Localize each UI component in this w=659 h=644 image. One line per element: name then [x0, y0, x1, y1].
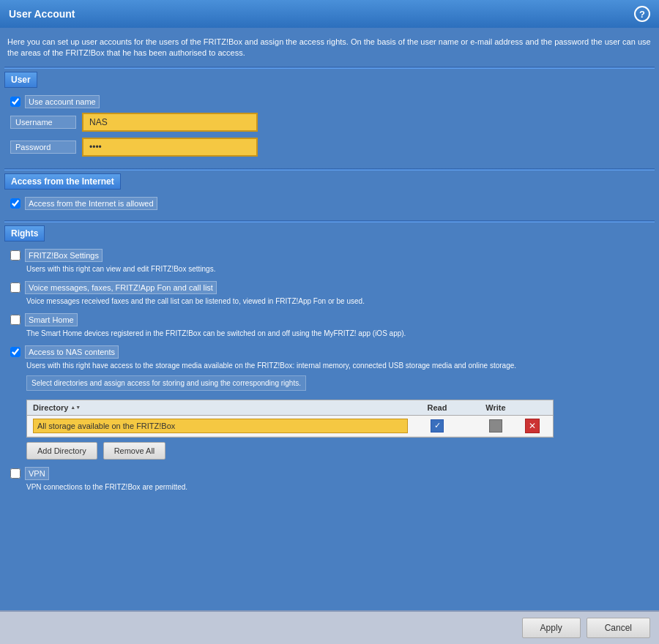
section-user-header: User — [4, 72, 37, 88]
voice-messages-row: Voice messages, faxes, FRITZ!App Fon and… — [10, 281, 649, 294]
username-input[interactable] — [82, 113, 258, 132]
col-delete — [525, 403, 547, 412]
rights-nas: Access to NAS contents Users with this r… — [10, 345, 649, 460]
apply-button[interactable]: Apply — [522, 618, 581, 638]
vpn-row: VPN — [10, 467, 649, 480]
read-checkbox[interactable]: ✓ — [431, 419, 444, 433]
smart-home-title: Smart Home — [25, 313, 78, 326]
nas-row: Access to NAS contents — [10, 345, 649, 359]
nas-desc2: Select directories and assign access for… — [10, 372, 649, 395]
fritz-settings-checkbox[interactable] — [10, 250, 21, 261]
dialog-title: User Account — [9, 8, 75, 20]
dialog-user-account: User Account ? Here you can set up user … — [0, 0, 659, 644]
voice-messages-checkbox[interactable] — [10, 282, 21, 293]
username-row: Username — [10, 113, 649, 132]
directory-table-header: Directory ▲▼ Read Write — [27, 400, 553, 416]
col-directory: Directory ▲▼ — [33, 403, 408, 412]
internet-access-label: Access from the Internet is allowed — [25, 197, 157, 210]
fritz-settings-desc: Users with this right can view and edit … — [10, 264, 649, 274]
rights-smart-home: Smart Home The Smart Home devices regist… — [10, 313, 649, 338]
separator-1 — [4, 67, 655, 69]
smart-home-desc: The Smart Home devices registered in the… — [10, 329, 649, 338]
use-account-name-checkbox[interactable] — [10, 97, 21, 107]
password-row: Password — [10, 138, 649, 157]
fritz-settings-row: FRITZ!Box Settings — [10, 249, 649, 262]
nas-title: Access to NAS contents — [25, 345, 119, 359]
rights-voice-messages: Voice messages, faxes, FRITZ!App Fon and… — [10, 281, 649, 306]
delete-row-button[interactable]: ✕ — [525, 419, 540, 433]
content-area: Here you can set up user accounts for th… — [0, 28, 659, 610]
username-label: Username — [10, 116, 76, 129]
nas-checkbox[interactable] — [10, 347, 21, 357]
table-buttons: Add Directory Remove All — [26, 442, 649, 460]
internet-access-row: Access from the Internet is allowed — [10, 197, 649, 210]
section-internet-content: Access from the Internet is allowed — [4, 194, 655, 217]
bottom-bar: Apply Cancel — [0, 610, 659, 644]
table-row: All storage available on the FRITZ!Box ✓… — [27, 416, 553, 437]
dir-cell-write — [466, 419, 525, 433]
section-rights: Rights FRITZ!Box Settings Users with thi… — [4, 225, 655, 502]
nas-table-note: Select directories and assign access for… — [26, 375, 306, 391]
section-rights-content: FRITZ!Box Settings Users with this right… — [4, 246, 655, 502]
remove-all-button[interactable]: Remove All — [103, 442, 166, 460]
section-internet: Access from the Internet Access from the… — [4, 173, 655, 217]
rights-fritz-settings: FRITZ!Box Settings Users with this right… — [10, 249, 649, 274]
smart-home-checkbox[interactable] — [10, 315, 21, 325]
rights-vpn: VPN VPN connections to the FRITZ!Box are… — [10, 467, 649, 492]
use-account-name-row: Use account name — [10, 95, 649, 108]
password-input[interactable] — [82, 138, 258, 157]
fritz-settings-title: FRITZ!Box Settings — [25, 249, 103, 262]
col-read: Read — [408, 403, 466, 412]
vpn-checkbox[interactable] — [10, 468, 21, 479]
directory-table: Directory ▲▼ Read Write All storage avai… — [26, 400, 554, 438]
write-checkbox[interactable] — [489, 419, 502, 433]
section-internet-header: Access from the Internet — [4, 173, 121, 190]
help-icon[interactable]: ? — [634, 6, 650, 22]
separator-2 — [4, 168, 655, 171]
voice-messages-title: Voice messages, faxes, FRITZ!App Fon and… — [25, 281, 217, 294]
title-bar: User Account ? — [0, 0, 659, 28]
smart-home-row: Smart Home — [10, 313, 649, 326]
vpn-title: VPN — [25, 467, 49, 480]
intro-text: Here you can set up user accounts for th… — [4, 32, 655, 64]
vpn-desc: VPN connections to the FRITZ!Box are per… — [10, 482, 649, 492]
separator-3 — [4, 220, 655, 222]
section-rights-header: Rights — [4, 225, 45, 242]
dir-cell-name: All storage available on the FRITZ!Box — [33, 419, 408, 433]
nas-desc1: Users with this right have access to the… — [10, 361, 649, 370]
voice-messages-desc: Voice messages received faxes and the ca… — [10, 296, 649, 306]
dir-cell-read: ✓ — [408, 419, 466, 433]
use-account-name-label: Use account name — [25, 95, 100, 108]
section-user-content: Use account name Username Password — [4, 92, 655, 165]
sort-arrows-icon[interactable]: ▲▼ — [70, 405, 81, 410]
cancel-button[interactable]: Cancel — [587, 618, 650, 638]
add-directory-button[interactable]: Add Directory — [26, 442, 97, 460]
internet-access-checkbox[interactable] — [10, 198, 21, 209]
dir-cell-delete: ✕ — [525, 419, 547, 433]
password-label: Password — [10, 141, 76, 154]
section-user: User Use account name Username Password — [4, 72, 655, 165]
col-write: Write — [466, 403, 525, 412]
